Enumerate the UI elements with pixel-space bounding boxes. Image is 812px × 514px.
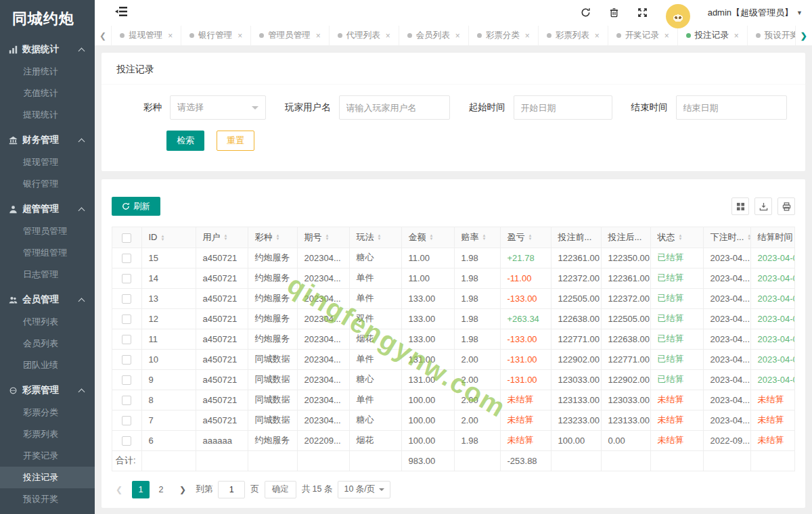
table-row: 9a450721同城数据202304...糖心131.002.00-131.00…	[112, 369, 795, 390]
close-icon[interactable]: ×	[734, 31, 739, 41]
sidebar-item[interactable]: 管理员管理	[0, 220, 95, 242]
username-input[interactable]	[339, 95, 450, 120]
goto-page-input[interactable]	[218, 481, 245, 498]
row-checkbox[interactable]	[122, 355, 131, 365]
cell-amount: 11.00	[401, 268, 454, 288]
confirm-page-button[interactable]: 确定	[265, 481, 296, 498]
sidebar-section-header[interactable]: 财务管理	[0, 128, 95, 151]
cell-bet-time: 2023-04...	[703, 308, 750, 329]
column-header: 投注后...	[601, 227, 650, 248]
tab[interactable]: 管理员管理×	[251, 26, 330, 45]
page-number[interactable]: 1	[132, 481, 150, 498]
close-icon[interactable]: ×	[238, 31, 242, 41]
sort-icon[interactable]: ▲▼	[528, 234, 533, 241]
empty-cell	[454, 450, 500, 471]
sort-icon[interactable]: ▲▼	[430, 234, 434, 241]
tab-status-dot-icon	[120, 33, 125, 38]
end-date-input[interactable]	[676, 95, 787, 120]
sidebar-section-header[interactable]: 彩票管理	[0, 379, 95, 402]
sidebar-section-header[interactable]: 数据统计	[0, 38, 95, 61]
cell-settle-time: 2023-04-04 1	[750, 349, 795, 369]
close-icon[interactable]: ×	[595, 31, 600, 41]
close-icon[interactable]: ×	[168, 31, 173, 41]
sidebar-item[interactable]: 团队业绩	[0, 354, 95, 376]
row-checkbox[interactable]	[122, 274, 131, 283]
tab-label: 投注记录	[695, 30, 729, 41]
sort-icon[interactable]: ▲▼	[679, 234, 683, 241]
start-date-input[interactable]	[514, 95, 612, 120]
sidebar-item[interactable]: 提现管理	[0, 151, 95, 173]
filter-columns-icon[interactable]	[731, 197, 749, 215]
page-size-select[interactable]: 10 条/页	[338, 481, 390, 498]
row-checkbox[interactable]	[122, 314, 131, 324]
tabs-scroll-left[interactable]: ❮	[95, 26, 112, 45]
close-icon[interactable]: ×	[664, 31, 669, 41]
row-checkbox[interactable]	[122, 335, 131, 344]
sidebar-item[interactable]: 银行管理	[0, 173, 95, 195]
row-checkbox[interactable]	[122, 294, 131, 304]
row-checkbox[interactable]	[122, 396, 131, 405]
sort-icon[interactable]: ▲▼	[161, 235, 165, 241]
sidebar-item[interactable]: 充值统计	[0, 83, 95, 104]
sidebar-item[interactable]: 提现统计	[0, 104, 95, 126]
sort-icon[interactable]: ▲▼	[276, 234, 280, 241]
refresh-table-button[interactable]: 刷新	[112, 197, 160, 216]
sidebar-item[interactable]: 日志管理	[0, 264, 95, 285]
sidebar-item[interactable]: 管理组管理	[0, 242, 95, 264]
column-header-label: 结算时间	[758, 232, 793, 242]
reset-button[interactable]: 重置	[217, 131, 254, 151]
cell-after: 122350.00	[601, 248, 650, 268]
sort-icon[interactable]: ▲▼	[482, 234, 487, 241]
lottery-select[interactable]: 请选择	[170, 95, 266, 120]
sort-icon[interactable]: ▲▼	[325, 234, 330, 241]
tab[interactable]: 彩票列表×	[539, 26, 608, 45]
close-icon[interactable]: ×	[455, 31, 460, 41]
sidebar-item[interactable]: 注册统计	[0, 61, 95, 83]
export-icon[interactable]	[754, 197, 772, 215]
cell-settle-time: 2023-04-04 1	[750, 369, 795, 390]
avatar[interactable]	[666, 4, 690, 28]
page-number[interactable]: 2	[152, 481, 170, 498]
close-icon[interactable]: ×	[386, 31, 390, 41]
tab[interactable]: 会员列表×	[399, 26, 469, 45]
column-header: 下注时...▲▼	[703, 227, 750, 248]
row-checkbox[interactable]	[122, 436, 131, 446]
tab[interactable]: 代理列表×	[330, 26, 399, 45]
next-page-button[interactable]: ❯	[175, 485, 190, 494]
tab[interactable]: 预设开奖×	[748, 26, 795, 45]
row-checkbox[interactable]	[122, 254, 131, 263]
sort-icon[interactable]: ▲▼	[747, 234, 750, 241]
sort-icon[interactable]: ▲▼	[378, 234, 382, 241]
close-icon[interactable]: ×	[525, 31, 530, 41]
tab[interactable]: 彩票分类×	[469, 26, 539, 45]
refresh-icon[interactable]	[581, 7, 591, 18]
tab[interactable]: 银行管理×	[181, 26, 251, 45]
close-icon[interactable]: ×	[316, 31, 321, 41]
tab[interactable]: 提现管理×	[112, 26, 181, 45]
sidebar-item[interactable]: 投注记录	[0, 467, 95, 488]
fullscreen-icon[interactable]	[637, 7, 648, 18]
sidebar-item[interactable]: 开奖记录	[0, 445, 95, 467]
search-button[interactable]: 检索	[166, 131, 204, 151]
sidebar-item[interactable]: 预设开奖	[0, 488, 95, 510]
prev-page-button[interactable]: ❮	[112, 485, 127, 494]
admin-menu[interactable]: admin【超级管理员】 ▼	[708, 7, 803, 19]
tabs-scroll-right[interactable]: ❯	[795, 26, 812, 45]
select-all-checkbox[interactable]	[122, 233, 131, 243]
sidebar-section-header[interactable]: 超管管理	[0, 197, 95, 220]
sidebar-item[interactable]: 代理列表	[0, 311, 95, 333]
collapse-sidebar-icon[interactable]	[115, 7, 127, 19]
row-checkbox[interactable]	[122, 416, 131, 425]
row-checkbox[interactable]	[122, 375, 131, 385]
tab[interactable]: 投注记录×	[678, 26, 748, 45]
print-icon[interactable]	[777, 197, 795, 215]
sort-icon[interactable]: ▲▼	[224, 234, 228, 241]
tab[interactable]: 开奖记录×	[608, 26, 678, 45]
topbar: admin【超级管理员】 ▼	[95, 0, 812, 26]
sidebar-item[interactable]: 会员列表	[0, 333, 95, 354]
sidebar-section-header[interactable]: 会员管理	[0, 288, 95, 311]
trash-icon[interactable]	[609, 7, 620, 18]
sidebar-item[interactable]: 彩票分类	[0, 402, 95, 423]
sidebar-item[interactable]: 彩票列表	[0, 423, 95, 445]
cell-id: 13	[141, 288, 196, 308]
